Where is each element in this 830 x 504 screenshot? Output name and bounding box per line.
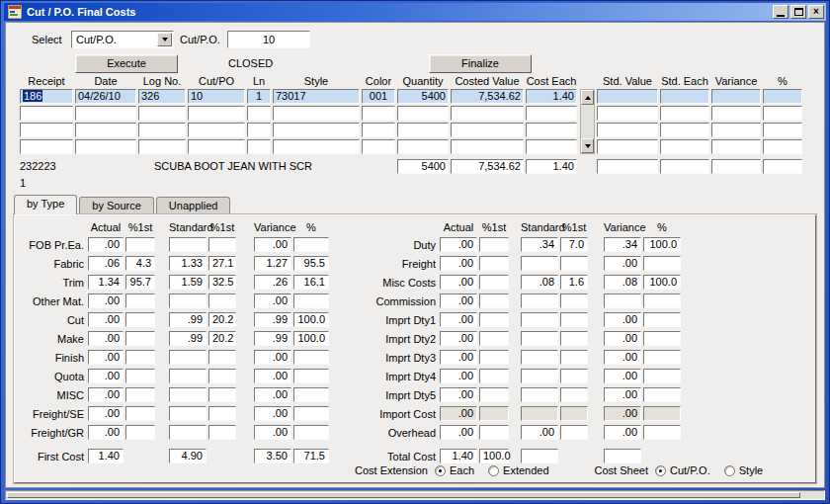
cell-quantity[interactable] [397,106,449,121]
field-freight-se-pct[interactable] [293,406,329,421]
cell-cut-po[interactable] [188,123,245,137]
field-finish-pct1st-std[interactable] [208,350,236,365]
field-fabric-actual[interactable]: .06 [88,256,124,271]
cost-extension-each-option[interactable]: Each [435,464,474,476]
field-misc-pct[interactable] [293,387,329,402]
field-misc-costs-pct1st[interactable] [479,275,509,290]
finalize-button[interactable]: Finalize [429,54,532,73]
field-make-pct[interactable]: 100.0 [293,331,329,346]
field-freight-pct1st-std[interactable] [560,256,588,271]
cell-log-no[interactable]: 326 [138,89,186,104]
cell-variance[interactable] [711,139,761,154]
field-commission-actual[interactable]: .00 [440,294,477,308]
field-overhead-variance[interactable]: .00 [604,425,641,440]
field-quota-pct[interactable] [293,369,329,383]
field-trim-pct1st[interactable]: 95.7 [125,275,155,290]
field-quota-actual[interactable]: .00 [88,369,124,383]
cell-variance[interactable] [711,106,761,121]
field-overhead-standard[interactable]: .00 [521,425,558,440]
field-imprt-dty1-actual[interactable]: .00 [440,312,477,327]
field-finish-pct1st[interactable] [125,350,155,365]
field-import-cost-pct1st-std[interactable] [560,406,588,421]
field-fabric-pct[interactable]: 95.5 [293,256,329,271]
field-freight-gr-pct1st-std[interactable] [208,425,236,440]
field-misc-actual[interactable]: .00 [88,387,124,402]
field-misc-pct1st[interactable] [125,387,155,402]
field-imprt-dty2-pct1st[interactable] [479,331,509,346]
field-misc-pct1st-std[interactable] [208,387,236,402]
cell-std-each[interactable] [660,123,709,137]
cell-color[interactable]: 001 [362,89,395,104]
field-commission-variance[interactable] [604,294,641,308]
field-imprt-dty3-standard[interactable] [521,350,558,365]
cell-style[interactable] [273,139,360,154]
field-freight-se-pct1st-std[interactable] [208,406,236,421]
field-finish-standard[interactable] [169,350,207,365]
field-other-mat-actual[interactable]: .00 [88,294,124,308]
cell-costed-value[interactable]: 7,534.62 [451,89,524,104]
field-imprt-dty1-pct1st-std[interactable] [560,312,588,327]
field-commission-standard[interactable] [521,294,558,308]
field-commission-pct1st[interactable] [479,294,509,308]
field-imprt-dty5-pct1st[interactable] [479,387,509,402]
cell-style[interactable]: 73017 [273,89,360,104]
cell-color[interactable] [362,139,395,154]
cost-sheet-cutpo-option[interactable]: Cut/P.O. [655,464,710,476]
cell-variance[interactable] [711,123,761,137]
minimize-button[interactable] [773,5,788,19]
title-bar[interactable]: Cut / P.O. Final Costs × [4,3,826,21]
field-misc-variance[interactable]: .00 [254,387,291,402]
field-commission-pct[interactable] [643,294,681,308]
field-imprt-dty5-actual[interactable]: .00 [440,387,477,402]
field-total-cost-pct1st[interactable]: 100.0 [479,449,509,463]
field-overhead-pct1st[interactable] [479,425,509,440]
cell-receipt[interactable] [20,106,73,121]
field-fob-pr-ea-pct[interactable] [293,237,329,252]
field-cut-variance[interactable]: .99 [254,312,291,327]
field-imprt-dty5-standard[interactable] [521,387,558,402]
scrollbar-thumb[interactable] [7,492,800,498]
execute-button[interactable]: Execute [75,54,178,73]
field-imprt-dty2-standard[interactable] [521,331,558,346]
cell-date[interactable] [75,139,136,154]
cell-style[interactable] [273,123,360,137]
field-freight-gr-standard[interactable] [169,425,207,440]
field-total-cost-variance[interactable] [604,449,641,463]
field-overhead-pct1st-std[interactable] [560,425,588,440]
field-finish-actual[interactable]: .00 [88,350,124,365]
field-import-cost-actual[interactable]: .00 [440,406,477,421]
field-import-cost-pct[interactable] [643,406,681,421]
field-imprt-dty2-actual[interactable]: .00 [440,331,477,346]
field-freight-gr-variance[interactable]: .00 [254,425,291,440]
select-dropdown[interactable]: Cut/P.O. [71,31,174,48]
field-trim-standard[interactable]: 1.59 [169,275,207,290]
cell-pct[interactable] [763,139,802,154]
field-fabric-pct1st-std[interactable]: 27.1 [208,256,236,271]
cell-receipt[interactable]: 186 [20,89,73,104]
scroll-down-button[interactable] [581,138,594,153]
field-cut-pct[interactable]: 100.0 [293,312,329,327]
cell-std-each[interactable] [660,106,709,121]
field-fob-pr-ea-pct1st-std[interactable] [208,237,236,252]
field-imprt-dty4-pct[interactable] [643,369,681,383]
field-fob-pr-ea-pct1st[interactable] [125,237,155,252]
field-other-mat-variance[interactable]: .00 [254,294,291,308]
tab-unapplied[interactable]: Unapplied [156,197,231,214]
field-imprt-dty1-pct[interactable] [643,312,681,327]
cell-log-no[interactable] [138,123,186,137]
field-make-standard[interactable]: .99 [169,331,207,346]
cell-cut-po[interactable] [188,106,245,121]
field-duty-pct[interactable]: 100.0 [643,237,681,252]
cell-ln[interactable] [247,123,271,137]
field-imprt-dty4-actual[interactable]: .00 [440,369,477,383]
field-imprt-dty5-pct1st-std[interactable] [560,387,588,402]
cell-costed-value[interactable] [451,139,524,154]
field-fabric-variance[interactable]: 1.27 [254,256,291,271]
field-first-cost-actual[interactable]: 1.40 [88,449,124,463]
cell-log-no[interactable] [138,139,186,154]
cell-std-value[interactable] [597,106,658,121]
cell-pct[interactable] [763,123,802,137]
cell-cost-each[interactable] [526,106,577,121]
scrollbar-track[interactable] [581,105,594,138]
dropdown-arrow-button[interactable] [157,33,172,46]
